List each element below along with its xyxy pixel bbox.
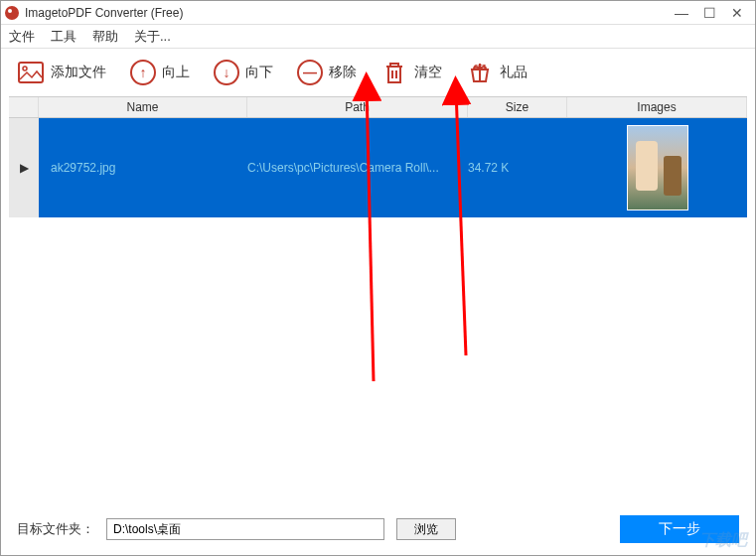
table-body: ▶ ak29752.jpg C:\Users\pc\Pictures\Camer… [9,118,747,217]
th-marker [9,97,39,117]
svg-rect-0 [19,63,43,82]
down-label: 向下 [245,64,273,81]
toolbar: 添加文件 ↑ 向上 ↓ 向下 — 移除 清空 GIFT 礼品 [1,49,755,96]
gift-icon: GIFT [466,59,494,86]
clear-button[interactable]: 清空 [380,59,442,86]
arrow-up-icon: ↑ [130,60,156,85]
th-name[interactable]: Name [39,97,247,117]
clear-label: 清空 [414,64,442,81]
row-marker: ▶ [9,118,39,217]
window-controls: — ☐ ✕ [668,3,751,23]
window-title: ImagetoPDF Converter (Free) [25,6,668,20]
arrow-down-icon: ↓ [214,60,239,85]
minus-icon: — [297,60,323,85]
trash-icon [380,59,408,86]
menu-file[interactable]: 文件 [9,28,35,46]
browse-button[interactable]: 浏览 [396,518,456,540]
th-path[interactable]: Path [247,97,468,117]
close-button[interactable]: ✕ [723,3,751,23]
cell-name: ak29752.jpg [39,161,247,175]
menu-about[interactable]: 关于... [134,28,171,46]
remove-label: 移除 [329,64,357,81]
minimize-button[interactable]: — [668,3,695,23]
up-label: 向上 [162,64,190,81]
titlebar: ImagetoPDF Converter (Free) — ☐ ✕ [1,1,755,25]
image-icon [17,59,45,86]
th-size[interactable]: Size [468,97,567,117]
up-button[interactable]: ↑ 向上 [130,60,190,85]
table-header: Name Path Size Images [9,96,747,118]
cell-image [567,125,747,210]
output-folder-input[interactable] [106,518,384,540]
table-row[interactable]: ▶ ak29752.jpg C:\Users\pc\Pictures\Camer… [9,118,747,217]
thumbnail [627,125,688,210]
gift-label: 礼品 [500,64,528,81]
svg-text:GIFT: GIFT [474,64,485,70]
cell-path: C:\Users\pc\Pictures\Camera Roll\... [247,161,468,175]
maximize-button[interactable]: ☐ [695,3,723,23]
add-file-button[interactable]: 添加文件 [17,59,106,86]
remove-button[interactable]: — 移除 [297,60,357,85]
th-images[interactable]: Images [567,97,747,117]
menubar: 文件 工具 帮助 关于... [1,25,755,49]
bottom-bar: 目标文件夹： 浏览 下一步 [1,515,755,543]
svg-point-1 [23,67,27,70]
down-button[interactable]: ↓ 向下 [214,60,273,85]
add-file-label: 添加文件 [51,64,106,81]
app-icon [5,6,19,20]
menu-tools[interactable]: 工具 [51,28,76,46]
watermark: 下载吧 [699,530,747,551]
menu-help[interactable]: 帮助 [92,28,118,46]
output-folder-label: 目标文件夹： [17,520,94,538]
gift-button[interactable]: GIFT 礼品 [466,59,528,86]
cell-size: 34.72 K [468,161,567,175]
